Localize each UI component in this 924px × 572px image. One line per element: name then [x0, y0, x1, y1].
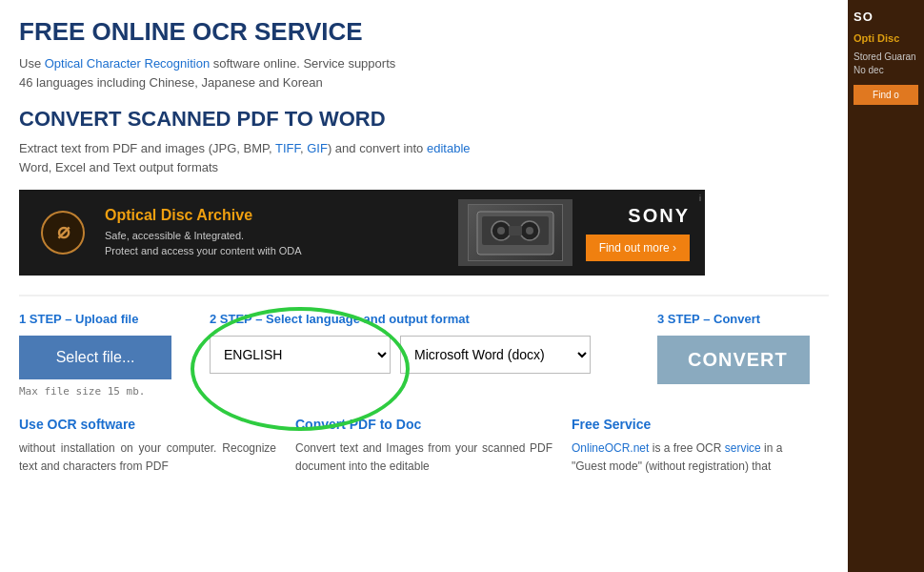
bottom-section: Use OCR software without installation on… [19, 417, 829, 476]
section-desc: Extract text from PDF and images (JPG, B… [19, 139, 829, 176]
ad-image [458, 199, 572, 266]
ad-disclaimer: i [699, 194, 701, 203]
col2-text: Convert text and Images from your scanne… [295, 439, 552, 476]
onlineocr-link[interactable]: OnlineOCR.net [572, 441, 649, 455]
step2-controls: ENGLISH FRENCH GERMAN SPANISH CHINESE JA… [210, 336, 591, 374]
steps-divider [19, 295, 829, 296]
sony-brand: SONY [628, 205, 690, 227]
page-subtitle: Use Optical Character Recognition softwa… [19, 54, 829, 92]
bottom-col-pdf: Convert PDF to Doc Convert text and Imag… [295, 417, 552, 476]
steps-container: 1 STEP – Upload file Select file... Max … [19, 312, 829, 398]
ad-body: Safe, accessible & Integrated. Protect a… [105, 228, 445, 259]
col3-title: Free Service [572, 417, 829, 432]
sidebar-top-text: SO [854, 10, 918, 24]
ad-logo: ⌀ [34, 204, 91, 261]
ocr-link[interactable]: Optical Character Recognition [45, 56, 210, 71]
step2-label: 2 STEP – Select language and output form… [210, 312, 470, 326]
language-select[interactable]: ENGLISH FRENCH GERMAN SPANISH CHINESE JA… [210, 336, 391, 374]
col3-text: OnlineOCR.net is a free OCR service in a… [572, 439, 829, 476]
service-link[interactable]: service [725, 441, 761, 455]
editable-link[interactable]: editable [427, 141, 471, 155]
select-file-button[interactable]: Select file... [19, 336, 171, 379]
ad-banner: ⌀ Optical Disc Archive Safe, accessible … [19, 190, 705, 276]
step3-label: 3 STEP – Convert [657, 312, 760, 326]
ad-right: SONY Find out more › [586, 205, 690, 261]
step2: 2 STEP – Select language and output form… [210, 312, 657, 374]
subtitle-text-before: Use [19, 56, 45, 71]
bottom-col-free: Free Service OnlineOCR.net is a free OCR… [572, 417, 829, 476]
tiff-link[interactable]: TIFF [275, 141, 300, 155]
section-desc-line2: Word, Excel and Text output formats [19, 160, 218, 174]
sidebar-sub-title: Opti Disc [854, 31, 918, 45]
step1: 1 STEP – Upload file Select file... Max … [19, 312, 210, 398]
step1-label: 1 STEP – Upload file [19, 312, 138, 326]
sidebar-body: Stored Guaran No dec [854, 51, 918, 77]
svg-rect-8 [509, 226, 522, 235]
svg-point-7 [526, 227, 533, 235]
ad-cta-button[interactable]: Find out more › [586, 235, 690, 261]
ad-title: Optical Disc Archive [105, 207, 445, 224]
col2-title: Convert PDF to Doc [295, 417, 552, 432]
sidebar: SO Opti Disc Stored Guaran No dec Find o [848, 0, 924, 572]
sidebar-cta-button[interactable]: Find o [854, 85, 918, 105]
section-title: CONVERT SCANNED PDF TO WORD [19, 107, 829, 132]
svg-text:⌀: ⌀ [57, 219, 70, 243]
page-title: FREE ONLINE OCR SERVICE [19, 17, 829, 47]
col1-text: without installation on your computer. R… [19, 439, 276, 476]
bottom-col-ocr: Use OCR software without installation on… [19, 417, 276, 476]
format-select[interactable]: Microsoft Word (docx) Microsoft Excel (x… [400, 336, 591, 374]
svg-point-6 [497, 227, 505, 235]
convert-button[interactable]: CONVERT [657, 336, 810, 384]
max-size-note: Max file size 15 mb. [19, 385, 145, 398]
gif-link[interactable]: GIF [307, 141, 328, 155]
ad-text-block: Optical Disc Archive Safe, accessible & … [105, 207, 445, 259]
col1-title: Use OCR software [19, 417, 276, 432]
step3: 3 STEP – Convert CONVERT [657, 312, 829, 384]
